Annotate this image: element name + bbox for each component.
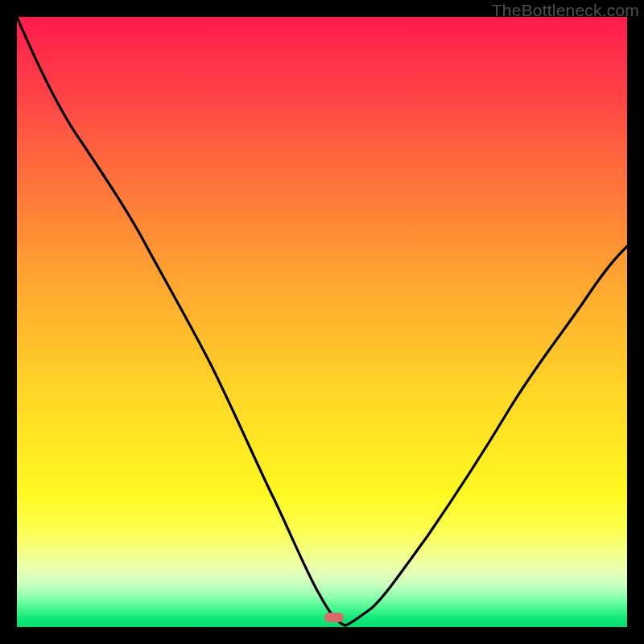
bottleneck-curve-path: [17, 17, 627, 625]
chart-curve-svg: [17, 17, 627, 627]
optimal-point-marker: [324, 613, 344, 622]
chart-frame: [17, 17, 627, 627]
